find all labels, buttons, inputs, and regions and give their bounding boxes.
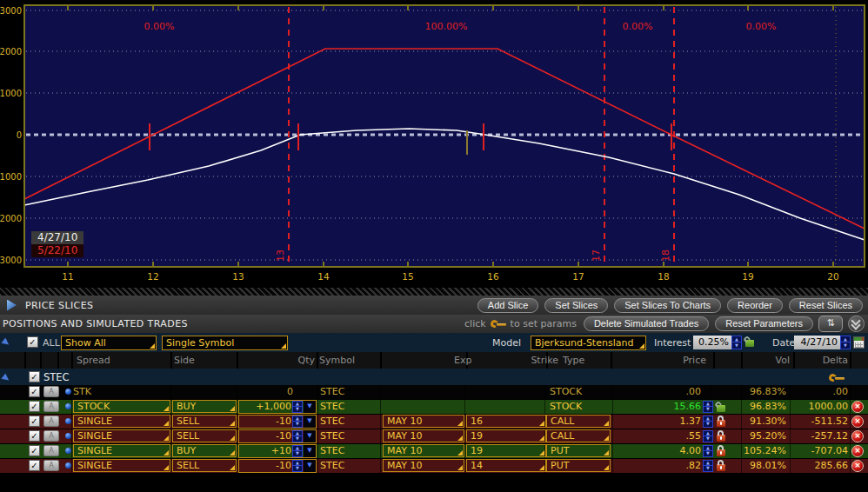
delete-trade-button[interactable] xyxy=(851,445,864,457)
exp-dropdown[interactable]: MAY 10 xyxy=(383,444,464,457)
qty-editor[interactable]: -10 xyxy=(238,429,317,443)
delete-trade-button[interactable] xyxy=(851,430,864,442)
strike-dropdown[interactable]: 19 xyxy=(466,444,546,457)
group-checkbox[interactable] xyxy=(29,371,40,382)
reset-parameters-button[interactable]: Reset Parameters xyxy=(715,316,813,331)
column-header-delta[interactable]: Delta xyxy=(823,355,848,366)
row-checkbox[interactable] xyxy=(29,445,40,456)
price-unlocked-icon[interactable] xyxy=(717,405,725,412)
delete-trade-button[interactable] xyxy=(851,401,864,413)
analyze-button[interactable] xyxy=(43,401,59,412)
row-checkbox[interactable] xyxy=(29,416,40,427)
row-checkbox[interactable] xyxy=(29,386,40,397)
qty-dropdown-arrow[interactable] xyxy=(304,460,316,472)
show-all-dropdown[interactable]: Show All xyxy=(61,336,157,350)
qty-spinner[interactable] xyxy=(292,416,303,428)
qty-editor[interactable]: -10 xyxy=(238,415,317,429)
price-cell[interactable]: 1.37 xyxy=(626,415,701,429)
price-spinner[interactable] xyxy=(703,416,713,428)
price-locked-icon[interactable] xyxy=(717,449,725,456)
strike-dropdown[interactable]: 14 xyxy=(466,459,546,472)
set-slices-button[interactable]: Set Slices xyxy=(544,298,608,313)
spread-dropdown[interactable]: SINGLE xyxy=(73,444,170,457)
row-checkbox[interactable] xyxy=(29,401,40,412)
qty-spinner[interactable] xyxy=(292,445,303,457)
qty-spinner[interactable] xyxy=(292,401,303,413)
qty-spinner[interactable] xyxy=(292,460,303,472)
qty-dropdown-arrow[interactable] xyxy=(304,445,316,457)
set-slices-to-charts-button[interactable]: Set Slices To Charts xyxy=(614,298,721,313)
qty-editor[interactable]: -10 xyxy=(238,459,317,473)
spread-dropdown[interactable]: SINGLE xyxy=(73,459,170,472)
column-header-exp[interactable]: Exp xyxy=(454,355,471,366)
risk-profile-chart[interactable]: 131718111213141516171819203000200010000-… xyxy=(0,0,868,288)
side-dropdown[interactable]: BUY xyxy=(172,444,237,457)
column-header-qty[interactable]: Qty xyxy=(298,355,315,366)
type-dropdown[interactable]: CALL xyxy=(546,429,611,442)
exp-dropdown[interactable]: MAY 10 xyxy=(383,429,464,442)
add-slice-button[interactable]: Add Slice xyxy=(477,298,538,313)
import-export-icon-button[interactable] xyxy=(818,316,843,332)
strike-dropdown[interactable]: 19 xyxy=(466,429,546,442)
price-cell[interactable]: 4.00 xyxy=(626,444,701,458)
side-dropdown[interactable]: BUY xyxy=(172,400,237,413)
qty-editor[interactable]: +1,000 xyxy=(238,400,317,414)
column-header-type[interactable]: Type xyxy=(563,355,584,366)
price-locked-icon[interactable] xyxy=(717,420,725,427)
group-expand-arrow-icon[interactable] xyxy=(1,337,10,347)
qty-editor[interactable]: +10 xyxy=(238,444,317,458)
qty-dropdown-arrow[interactable] xyxy=(304,430,316,442)
risk-profile-plot[interactable]: 131718111213141516171819203000200010000-… xyxy=(0,0,868,288)
price-cell[interactable]: .82 xyxy=(626,459,701,473)
reorder-button[interactable]: Reorder xyxy=(727,298,783,313)
price-spinner[interactable] xyxy=(703,430,713,442)
price-locked-icon[interactable] xyxy=(717,435,725,442)
date-input[interactable]: 4/27/10 xyxy=(794,336,840,349)
spread-dropdown[interactable]: SINGLE xyxy=(73,415,170,428)
exp-dropdown[interactable]: MAY 10 xyxy=(383,459,464,472)
group-params-wrench-icon[interactable] xyxy=(829,373,845,382)
reset-slices-button[interactable]: Reset Slices xyxy=(789,298,863,313)
type-dropdown[interactable]: CALL xyxy=(546,415,611,428)
row-checkbox[interactable] xyxy=(29,430,40,442)
exp-dropdown[interactable]: MAY 10 xyxy=(383,415,464,428)
all-checkbox[interactable] xyxy=(27,336,38,348)
price-cell[interactable]: .55 xyxy=(626,429,701,443)
section-arrow-icon[interactable] xyxy=(7,300,17,311)
strike-dropdown[interactable]: 16 xyxy=(466,415,546,428)
price-spinner[interactable] xyxy=(703,401,713,413)
single-symbol-dropdown[interactable]: Single Symbol xyxy=(162,336,288,350)
column-header-side[interactable]: Side xyxy=(174,355,195,366)
collapse-section-button[interactable] xyxy=(848,316,865,332)
analyze-button[interactable] xyxy=(43,430,59,442)
side-dropdown[interactable]: SELL xyxy=(172,429,237,442)
delete-simulated-trades-button[interactable]: Delete Simulated Trades xyxy=(584,316,709,331)
model-dropdown[interactable]: Bjerksund-Stensland xyxy=(531,336,646,350)
interest-spinner[interactable] xyxy=(731,336,742,349)
column-header-strike[interactable]: Strike xyxy=(531,355,558,366)
side-dropdown[interactable]: SELL xyxy=(172,415,237,428)
delete-trade-button[interactable] xyxy=(851,460,864,472)
spread-dropdown[interactable]: SINGLE xyxy=(73,429,170,442)
group-expand-arrow-icon[interactable] xyxy=(1,373,10,382)
price-locked-icon[interactable] xyxy=(717,464,725,471)
analyze-button[interactable] xyxy=(43,386,59,397)
delete-trade-button[interactable] xyxy=(851,416,864,428)
price-cell[interactable]: 15.66 xyxy=(626,400,701,414)
price-spinner[interactable] xyxy=(703,460,713,472)
row-checkbox[interactable] xyxy=(29,460,40,471)
analyze-button[interactable] xyxy=(43,445,59,456)
spread-dropdown[interactable]: STOCK xyxy=(73,400,170,413)
qty-dropdown-arrow[interactable] xyxy=(304,401,316,413)
interest-input[interactable]: 0.25% xyxy=(693,336,731,349)
column-header-spread[interactable]: Spread xyxy=(77,355,110,366)
qty-spinner[interactable] xyxy=(292,430,303,442)
type-dropdown[interactable]: PUT xyxy=(546,444,611,457)
side-dropdown[interactable]: SELL xyxy=(172,459,237,472)
analyze-button[interactable] xyxy=(43,416,59,427)
interest-unlock-icon[interactable] xyxy=(745,340,754,347)
column-header-price[interactable]: Price xyxy=(683,355,706,366)
column-header-vol[interactable]: Vol xyxy=(776,355,790,366)
qty-dropdown-arrow[interactable] xyxy=(304,416,316,428)
price-spinner[interactable] xyxy=(703,445,713,457)
